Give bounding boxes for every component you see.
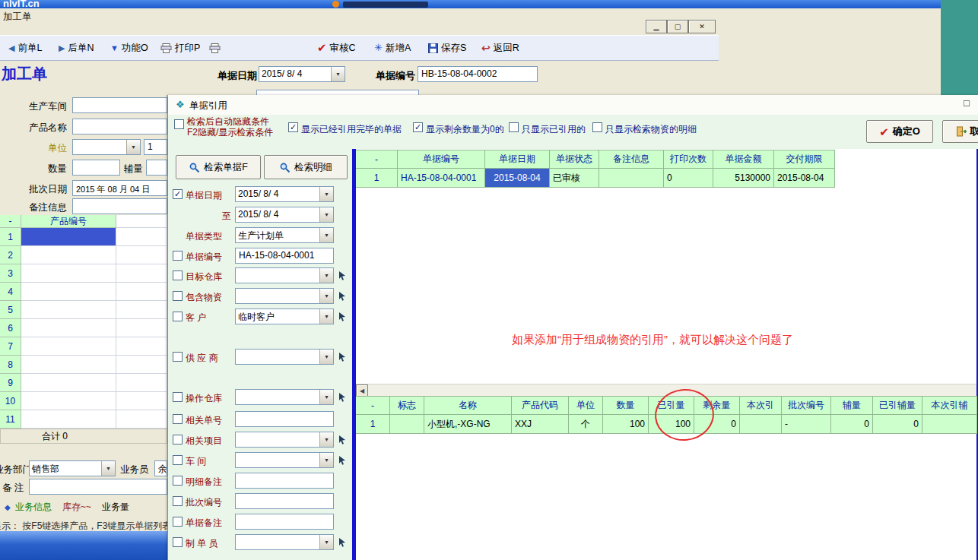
supplier-combo[interactable] bbox=[235, 349, 334, 365]
related-no-input[interactable] bbox=[235, 411, 334, 427]
product-cell[interactable] bbox=[21, 392, 116, 410]
batch-date-input[interactable]: 2015 年 08 月 04 日 bbox=[72, 180, 167, 196]
col-header[interactable]: 交付期限 bbox=[774, 150, 835, 169]
product-cell[interactable] bbox=[21, 356, 116, 374]
col-header[interactable]: 备注信息 bbox=[599, 150, 664, 169]
cell[interactable] bbox=[116, 337, 167, 356]
auto-hide-checkbox[interactable] bbox=[174, 119, 184, 129]
col-header-cited[interactable]: 已引量 bbox=[649, 396, 694, 415]
date-from-combo[interactable]: 2015/ 8/ 4 bbox=[235, 186, 334, 202]
col-header[interactable]: 剩余量 bbox=[694, 396, 740, 415]
col-header[interactable]: 辅量 bbox=[831, 396, 873, 415]
dialog-maximize-icon[interactable] bbox=[964, 98, 970, 108]
prev-doc-button[interactable]: 前单L bbox=[6, 39, 44, 57]
detail-note-input[interactable] bbox=[235, 473, 334, 489]
doc-no-filter-input[interactable]: HA-15-08-04-0001 bbox=[235, 248, 334, 264]
unit-ratio-input[interactable]: 1 bbox=[144, 139, 167, 155]
col-header[interactable]: 打印次数 bbox=[664, 150, 713, 169]
product-cell[interactable] bbox=[21, 374, 116, 392]
doc-date-combo[interactable]: 2015/ 8/ 4 bbox=[259, 66, 345, 82]
target-warehouse-checkbox[interactable] bbox=[173, 271, 183, 280]
col-header-dash[interactable]: - bbox=[0, 215, 21, 228]
doc-no-filter-checkbox[interactable] bbox=[173, 251, 183, 261]
related-project-checkbox[interactable] bbox=[173, 435, 183, 445]
workshop-filter-checkbox[interactable] bbox=[173, 455, 183, 465]
maker-checkbox[interactable] bbox=[173, 537, 183, 547]
col-header[interactable]: 本次引 bbox=[740, 396, 782, 415]
picker-icon[interactable] bbox=[337, 537, 347, 547]
picker-icon[interactable] bbox=[337, 312, 347, 321]
maker-combo[interactable] bbox=[235, 534, 334, 550]
chevron-down-icon[interactable] bbox=[319, 453, 333, 467]
cell[interactable] bbox=[116, 283, 167, 301]
picker-icon[interactable] bbox=[337, 455, 347, 465]
next-doc-button[interactable]: 后单N bbox=[56, 39, 97, 57]
chevron-down-icon[interactable] bbox=[101, 461, 115, 476]
cell[interactable] bbox=[116, 392, 167, 410]
col-header[interactable]: 已引辅量 bbox=[873, 396, 922, 415]
salesman-input[interactable]: 余 bbox=[154, 460, 167, 476]
product-cell[interactable] bbox=[21, 246, 116, 264]
show-zero-checkbox[interactable] bbox=[413, 122, 423, 132]
related-project-combo[interactable] bbox=[235, 432, 334, 448]
batch-no-input[interactable] bbox=[235, 493, 334, 509]
only-used-checkbox[interactable] bbox=[509, 122, 519, 132]
cancel-button[interactable]: 取消 bbox=[942, 120, 978, 143]
col-header[interactable]: 产品代码 bbox=[512, 396, 569, 415]
col-header[interactable]: 名称 bbox=[424, 396, 512, 415]
maximize-button[interactable]: ▢ bbox=[667, 20, 688, 33]
col-header-product[interactable]: 产品编号 bbox=[21, 215, 116, 228]
col-header[interactable]: 单据金额 bbox=[713, 150, 774, 169]
include-material-checkbox[interactable] bbox=[173, 291, 183, 301]
col-header[interactable]: 单据编号 bbox=[398, 150, 485, 169]
picker-icon[interactable] bbox=[337, 435, 347, 445]
cell[interactable] bbox=[116, 301, 167, 319]
date-to-combo[interactable]: 2015/ 8/ 4 bbox=[235, 207, 334, 223]
chevron-down-icon[interactable] bbox=[319, 187, 333, 201]
col-header[interactable]: 单据状态 bbox=[550, 150, 599, 169]
col-header[interactable]: 标志 bbox=[390, 396, 424, 415]
product-cell[interactable] bbox=[21, 264, 116, 283]
col-header[interactable]: 本次引辅 bbox=[922, 396, 977, 415]
product-cell[interactable] bbox=[21, 319, 116, 337]
remark-input[interactable] bbox=[72, 198, 167, 214]
chevron-down-icon[interactable] bbox=[319, 390, 333, 404]
col-header[interactable]: 批次编号 bbox=[782, 396, 831, 415]
cell[interactable] bbox=[116, 356, 167, 374]
product-name-input[interactable] bbox=[72, 119, 167, 134]
picker-icon[interactable] bbox=[337, 291, 347, 301]
business-info-label[interactable]: 业务信息 bbox=[15, 501, 52, 514]
cell[interactable] bbox=[116, 319, 167, 337]
chevron-down-icon[interactable] bbox=[319, 268, 333, 283]
note-input[interactable] bbox=[29, 479, 167, 495]
product-cell[interactable] bbox=[21, 283, 116, 301]
search-docs-button[interactable]: 检索单据F bbox=[176, 155, 261, 179]
picker-icon[interactable] bbox=[337, 352, 347, 362]
dialog-titlebar[interactable]: 单据引用 bbox=[168, 95, 978, 115]
include-material-combo[interactable] bbox=[235, 288, 334, 304]
workshop-input[interactable] bbox=[72, 97, 167, 113]
picker-icon[interactable] bbox=[337, 271, 347, 280]
chevron-down-icon[interactable] bbox=[319, 350, 333, 364]
picker-icon[interactable] bbox=[337, 392, 347, 402]
doc-note-input[interactable] bbox=[235, 514, 334, 530]
detail-note-checkbox[interactable] bbox=[173, 476, 183, 486]
audit-button[interactable]: 审核C bbox=[315, 39, 358, 57]
save-button[interactable]: 保存S bbox=[426, 39, 468, 57]
op-warehouse-checkbox[interactable] bbox=[173, 392, 183, 402]
function-menu-button[interactable]: 功能O bbox=[108, 39, 151, 57]
target-warehouse-combo[interactable] bbox=[235, 267, 334, 283]
dept-combo[interactable]: 销售部 bbox=[29, 460, 116, 476]
aux-qty-input[interactable] bbox=[146, 160, 167, 176]
detail-table-row[interactable]: 1 小型机,-XG-NG XXJ 个 100 100 0 - 0 0 bbox=[356, 415, 977, 434]
ok-button[interactable]: 确定O bbox=[866, 120, 933, 143]
horizontal-scrollbar[interactable] bbox=[356, 384, 976, 396]
add-new-button[interactable]: 新增A bbox=[372, 39, 413, 57]
op-warehouse-combo[interactable] bbox=[235, 389, 334, 405]
chevron-down-icon[interactable] bbox=[319, 207, 333, 222]
chevron-down-icon[interactable] bbox=[331, 67, 345, 81]
quantity-input[interactable] bbox=[72, 160, 120, 176]
minimize-button[interactable]: ▁ bbox=[646, 20, 667, 33]
chevron-down-icon[interactable] bbox=[319, 289, 333, 303]
cell[interactable] bbox=[116, 374, 167, 392]
